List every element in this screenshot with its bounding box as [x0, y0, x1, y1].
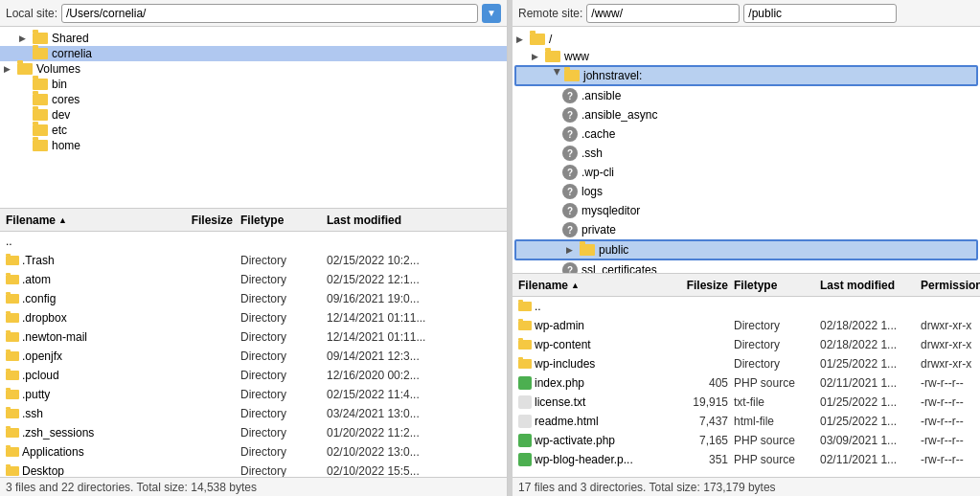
tree-label: bin — [52, 78, 67, 91]
remote-file-row[interactable]: index.php 405 PHP source 02/11/2021 1...… — [513, 373, 980, 393]
tree-item-root[interactable]: ▶ / — [513, 31, 980, 48]
tree-label: .ansible_async — [581, 108, 657, 122]
file-cell-type: Directory — [240, 254, 327, 267]
file-row[interactable]: .zsh_sessions Directory 01/20/2022 11:2.… — [0, 423, 507, 442]
rfile-cell-name: index.php — [518, 376, 676, 390]
remote-panel: Remote site: ▶ / ▶ www ▶ — [513, 0, 980, 496]
folder-icon — [6, 275, 19, 284]
col-header-filesize[interactable]: Filesize — [676, 279, 734, 292]
remote-file-row[interactable]: wp-activate.php 7,165 PHP source 03/09/2… — [513, 431, 980, 450]
tree-label: cornelia — [52, 47, 92, 60]
col-header-filetype[interactable]: Filetype — [240, 214, 327, 227]
folder-icon — [564, 70, 580, 81]
rfile-cell-perm: -rw-r--r-- — [921, 376, 974, 390]
file-row[interactable]: .pcloud Directory 12/16/2020 00:2... — [0, 366, 507, 385]
tree-item-dev[interactable]: ▶ dev — [0, 107, 507, 123]
local-site-input[interactable] — [61, 4, 478, 23]
remote-site-input2[interactable] — [743, 4, 897, 23]
tree-item-cornelia[interactable]: ▶ cornelia — [0, 46, 507, 61]
rfile-cell-name: .. — [518, 300, 676, 313]
file-row[interactable]: .putty Directory 02/15/2022 11:4... — [0, 385, 507, 404]
remote-file-row[interactable]: wp-blog-header.p... 351 PHP source 02/11… — [513, 450, 980, 469]
tree-item-etc[interactable]: ▶ etc — [0, 123, 507, 138]
file-row[interactable]: .. — [0, 232, 507, 251]
php-file-icon — [518, 376, 532, 390]
rfile-cell-name: wp-activate.php — [518, 434, 676, 447]
file-row[interactable]: .ssh Directory 03/24/2021 13:0... — [0, 404, 507, 423]
tree-item-logs[interactable]: ? logs — [513, 182, 980, 201]
file-cell-name: .newton-mail — [6, 330, 173, 344]
file-row[interactable]: .atom Directory 02/15/2022 12:1... — [0, 270, 507, 289]
question-icon: ? — [562, 107, 578, 123]
remote-file-row[interactable]: wp-admin Directory 02/18/2022 1... drwxr… — [513, 316, 980, 335]
tree-item-ansible-async[interactable]: ? .ansible_async — [513, 105, 980, 124]
col-header-filetype[interactable]: Filetype — [734, 279, 820, 292]
tree-item-cache[interactable]: ? .cache — [513, 124, 980, 144]
file-cell-name: .putty — [6, 388, 173, 401]
col-header-filesize[interactable]: Filesize — [173, 214, 240, 227]
remote-file-row[interactable]: license.txt 19,915 txt-file 01/25/2022 1… — [513, 393, 980, 412]
file-row[interactable]: .openjfx Directory 09/14/2021 12:3... — [0, 347, 507, 366]
tree-item-private[interactable]: ? private — [513, 220, 980, 239]
tree-item-bin[interactable]: ▶ bin — [0, 77, 507, 92]
question-icon: ? — [562, 184, 578, 199]
folder-icon — [518, 321, 532, 330]
folder-icon — [33, 124, 48, 136]
col-header-permissions[interactable]: Permissions — [921, 279, 980, 292]
file-cell-mod: 01/20/2022 11:2... — [327, 426, 501, 440]
tree-item-public[interactable]: ▶ public — [514, 239, 978, 260]
tree-label: etc — [52, 124, 67, 137]
file-row[interactable]: .dropbox Directory 12/14/2021 01:11... — [0, 308, 507, 327]
rfile-cell-mod: 01/25/2022 1... — [820, 357, 921, 371]
file-row[interactable]: .config Directory 09/16/2021 19:0... — [0, 289, 507, 308]
folder-icon — [33, 109, 48, 121]
file-cell-type: Directory — [240, 426, 327, 440]
tree-item-www[interactable]: ▶ www — [513, 48, 980, 65]
tree-item-ssh[interactable]: ? .ssh — [513, 144, 980, 163]
local-site-dropdown-btn[interactable]: ▼ — [482, 4, 501, 23]
tree-item-shared[interactable]: ▶ Shared — [0, 31, 507, 46]
remote-file-row[interactable]: readme.html 7,437 html-file 01/25/2022 1… — [513, 412, 980, 431]
col-header-filename[interactable]: Filename ▲ — [6, 214, 173, 227]
remote-file-list: .. wp-admin Directory 02/18/2022 1... dr… — [513, 297, 980, 477]
tree-item-ssl[interactable]: ? ssl_certificates — [513, 260, 980, 274]
rfile-cell-type: Directory — [734, 357, 820, 371]
file-cell-name: .openjfx — [6, 349, 173, 363]
remote-site-input[interactable] — [586, 4, 740, 23]
remote-file-row[interactable]: .. — [513, 297, 980, 316]
tree-item-wpcli[interactable]: ? .wp-cli — [513, 163, 980, 182]
file-row[interactable]: .newton-mail Directory 12/14/2021 01:11.… — [0, 327, 507, 347]
tree-item-volumes[interactable]: ▶ Volumes — [0, 61, 507, 77]
rfile-cell-perm: -rw-r--r-- — [921, 434, 974, 447]
folder-icon — [33, 140, 48, 151]
remote-file-row[interactable]: wp-includes Directory 01/25/2022 1... dr… — [513, 354, 980, 373]
file-cell-name: .Trash — [6, 254, 173, 267]
col-header-modified[interactable]: Last modified — [327, 214, 501, 227]
tree-label: www — [564, 50, 589, 63]
tree-label: .ansible — [581, 89, 621, 102]
question-icon: ? — [562, 165, 578, 180]
local-tree-panel: ▶ Shared ▶ cornelia ▶ Volumes ▶ — [0, 27, 507, 209]
folder-icon — [6, 313, 19, 323]
rfile-cell-mod: 02/11/2021 1... — [820, 376, 921, 390]
file-row[interactable]: .Trash Directory 02/15/2022 10:2... — [0, 251, 507, 270]
tree-item-home[interactable]: ▶ home — [0, 138, 507, 153]
file-cell-mod: 02/15/2022 12:1... — [327, 273, 501, 286]
file-cell-type: Directory — [240, 273, 327, 286]
tree-label: .ssh — [581, 147, 603, 160]
file-row[interactable]: Applications Directory 02/10/2022 13:0..… — [0, 442, 507, 462]
tree-item-mysqleditor[interactable]: ? mysqleditor — [513, 201, 980, 220]
col-header-modified[interactable]: Last modified — [820, 279, 921, 292]
file-cell-type: Directory — [240, 407, 327, 420]
tree-item-johnstravel[interactable]: ▶ johnstravel: — [514, 65, 978, 86]
tree-item-cores[interactable]: ▶ cores — [0, 92, 507, 107]
file-cell-type: Directory — [240, 388, 327, 401]
col-header-filename[interactable]: Filename ▲ — [518, 279, 676, 292]
tree-item-ansible[interactable]: ? .ansible — [513, 86, 980, 105]
remote-file-row[interactable]: wp-content Directory 02/18/2022 1... drw… — [513, 335, 980, 354]
tree-arrow: ▶ — [19, 34, 33, 43]
tree-label: public — [599, 243, 628, 257]
tree-arrow: ▶ — [553, 69, 562, 82]
rfile-cell-name: wp-content — [518, 338, 676, 351]
file-row[interactable]: Desktop Directory 02/10/2022 15:5... — [0, 462, 507, 477]
